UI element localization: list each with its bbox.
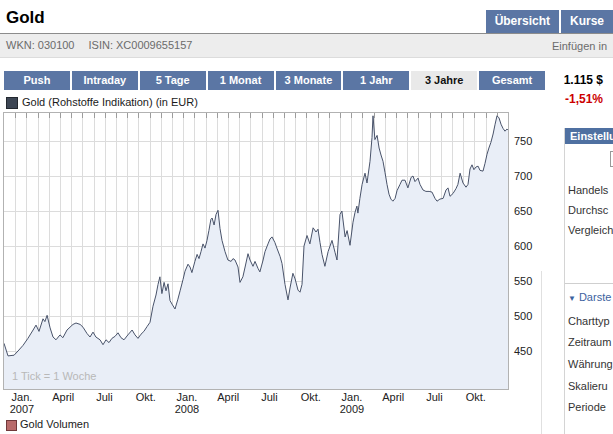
page-title: Gold bbox=[6, 8, 45, 28]
x-axis-label: Juli bbox=[413, 391, 457, 403]
chevron-down-icon: ▼ bbox=[568, 294, 576, 303]
last-price: 1.115 $ bbox=[564, 73, 603, 87]
sidebar-row-charttyp: Charttyp bbox=[568, 315, 613, 327]
x-axis-label: Jan.2008 bbox=[165, 391, 209, 415]
tab-intraday[interactable]: Intraday bbox=[72, 71, 138, 90]
sidebar-link-vergleich[interactable]: Vergleich bbox=[568, 224, 613, 236]
x-axis-label: Okt. bbox=[289, 391, 333, 403]
tab-1-monat[interactable]: 1 Monat bbox=[208, 71, 274, 90]
y-axis-label: 550 bbox=[514, 275, 544, 287]
tab-1-jahr[interactable]: 1 Jahr bbox=[343, 71, 409, 90]
header-buttons: Übersicht Kurse bbox=[486, 10, 613, 33]
x-axis-year-label: 2009 bbox=[330, 403, 374, 415]
sidebar-settings-header: Einstellu bbox=[565, 128, 613, 144]
tab-3-monate[interactable]: 3 Monate bbox=[276, 71, 342, 90]
instrument-ids: WKN: 030100ISIN: XC0009655157 bbox=[6, 39, 206, 51]
tab-gesamt[interactable]: Gesamt bbox=[479, 71, 545, 90]
timeframe-tabbar: PushIntraday5 Tage1 Monat3 Monate1 Jahr3… bbox=[4, 71, 545, 90]
x-axis-label: Juli bbox=[83, 391, 127, 403]
x-axis-label: Juli bbox=[248, 391, 292, 403]
y-axis-label: 750 bbox=[514, 135, 544, 147]
y-axis-label: 650 bbox=[514, 205, 544, 217]
x-axis-label: Jan.2007 bbox=[0, 391, 44, 415]
y-axis-label: 700 bbox=[514, 170, 544, 182]
x-axis-label: Jan.2009 bbox=[330, 391, 374, 415]
price-chart-svg bbox=[4, 113, 508, 389]
layout-divider bbox=[541, 271, 542, 434]
sidebar-section-divider bbox=[565, 283, 613, 284]
price-series-legend-label: Gold (Rohstoffe Indikation) (in EUR) bbox=[22, 96, 198, 108]
price-chart-plot: 1 Tick = 1 Woche bbox=[3, 112, 509, 390]
tab-5-tage[interactable]: 5 Tage bbox=[140, 71, 206, 90]
y-axis-label: 600 bbox=[514, 240, 544, 252]
wkn-text: WKN: 030100 bbox=[6, 39, 74, 51]
price-series-legend-swatch bbox=[6, 97, 18, 109]
x-axis-year-label: 2007 bbox=[0, 403, 44, 415]
change-percent: -1,51% bbox=[565, 92, 603, 106]
sidebar-row-zeitraum: Zeitraum bbox=[568, 336, 613, 348]
sidebar-row-periode: Periode bbox=[568, 401, 613, 413]
insert-into-dropdown[interactable]: Einfügen in bbox=[552, 40, 607, 52]
y-axis-label: 450 bbox=[514, 345, 544, 357]
sidebar-link-durchsc[interactable]: Durchsc bbox=[568, 204, 613, 216]
tick-note: 1 Tick = 1 Woche bbox=[12, 370, 96, 382]
kurse-button[interactable]: Kurse bbox=[561, 10, 613, 33]
x-axis-year-label: 2008 bbox=[165, 403, 209, 415]
sidebar-row-wahrung: Währung bbox=[568, 358, 613, 370]
x-axis-label: Okt. bbox=[454, 391, 498, 403]
x-axis-label: April bbox=[371, 391, 415, 403]
volume-series-legend-swatch bbox=[6, 420, 17, 431]
uebersicht-button[interactable]: Übersicht bbox=[486, 10, 559, 33]
isin-text: ISIN: XC0009655157 bbox=[88, 39, 192, 51]
x-axis-label: April bbox=[41, 391, 85, 403]
x-axis-label: April bbox=[206, 391, 250, 403]
x-axis-label: Okt. bbox=[124, 391, 168, 403]
quote-chart-page: Gold Übersicht Kurse WKN: 030100ISIN: XC… bbox=[0, 0, 613, 434]
tab-push[interactable]: Push bbox=[4, 71, 70, 90]
sidebar-row-skalieru: Skalieru bbox=[568, 380, 613, 392]
y-axis-label: 500 bbox=[514, 310, 544, 322]
sidebar-section-darstellung[interactable]: ▼Darste bbox=[568, 291, 611, 303]
sidebar-left-border bbox=[564, 128, 565, 434]
tab-3-jahre[interactable]: 3 Jahre bbox=[411, 71, 477, 90]
volume-series-legend-label: Gold Volumen bbox=[20, 418, 89, 430]
sidebar-link-handels[interactable]: Handels bbox=[568, 184, 613, 196]
